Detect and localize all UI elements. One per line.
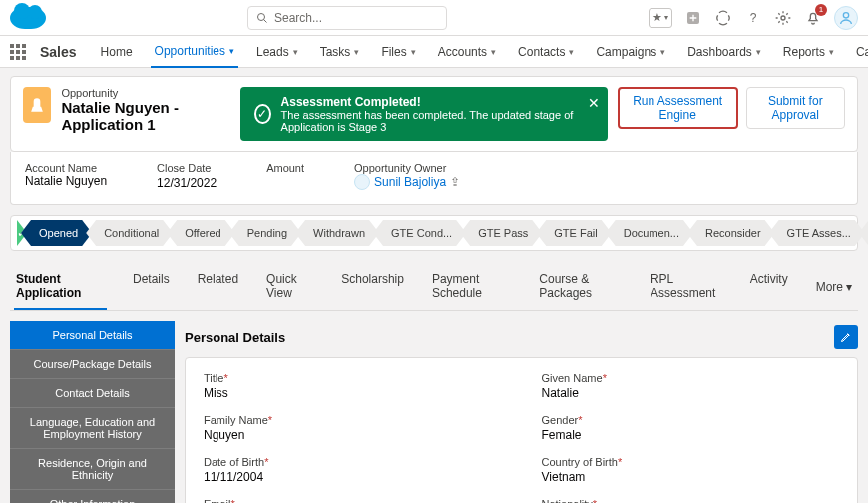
stage-opened[interactable]: Opened: [21, 220, 92, 246]
family-name-value: Nguyen: [204, 428, 502, 442]
run-assessment-button[interactable]: Run Assessment Engine: [618, 87, 738, 129]
sidemenu-personal-details[interactable]: Personal Details: [10, 321, 175, 350]
stage-offered[interactable]: Offered: [167, 220, 235, 246]
svg-point-3: [781, 16, 785, 20]
family-name-label: Family Name: [204, 414, 268, 426]
nav-leads[interactable]: Leads▾: [252, 36, 302, 68]
stage-conditional[interactable]: Conditional: [86, 220, 173, 246]
record-header: Opportunity Natalie Nguyen - Application…: [10, 76, 858, 152]
favorites-button[interactable]: ★▾: [649, 8, 672, 28]
toast-close-icon[interactable]: ✕: [588, 95, 600, 111]
gender-value: Female: [542, 428, 840, 442]
owner-label: Opportunity Owner: [354, 162, 460, 174]
success-toast: ✓ Assessment Completed! The assessment h…: [240, 87, 608, 141]
given-name-label: Given Name: [542, 372, 603, 384]
submit-approval-button[interactable]: Submit for Approval: [746, 87, 845, 129]
edit-section-button[interactable]: [834, 325, 858, 349]
global-header: Search... ★▾ ? 1: [0, 0, 868, 36]
salesforce-help-icon[interactable]: [714, 9, 732, 27]
owner-avatar-icon: [354, 174, 370, 190]
change-owner-icon[interactable]: ⇪: [450, 175, 460, 189]
tab-scholarship[interactable]: Scholarship: [339, 264, 406, 310]
toast-message: The assessment has been completed. The u…: [281, 109, 594, 133]
sidemenu-course-package[interactable]: Course/Package Details: [10, 350, 175, 379]
stage-gte-interv[interactable]: GTE Interv...: [859, 220, 868, 246]
owner-link[interactable]: Sunil Bajoliya: [374, 175, 446, 189]
app-name: Sales: [40, 44, 77, 60]
nav-opportunities[interactable]: Opportunities▾: [151, 36, 238, 68]
tab-rpl-assessment[interactable]: RPL Assessment: [649, 264, 724, 310]
stage-gte-cond[interactable]: GTE Cond...: [373, 220, 466, 246]
nav-home[interactable]: Home: [97, 36, 137, 68]
app-launcher-icon[interactable]: [10, 44, 26, 60]
user-avatar-icon[interactable]: [834, 6, 858, 30]
stage-reconsider[interactable]: Reconsider: [687, 220, 775, 246]
personal-details-form: Title*Miss Given Name*Natalie Family Nam…: [185, 357, 858, 503]
nav-reports[interactable]: Reports▾: [779, 36, 838, 68]
tab-more[interactable]: More▾: [814, 264, 854, 310]
tab-course-packages[interactable]: Course & Packages: [537, 264, 625, 310]
stage-document[interactable]: Documen...: [606, 220, 693, 246]
email-label: Email: [204, 498, 231, 503]
nationality-label: Nationality: [542, 498, 593, 503]
account-name-label: Account Name: [25, 162, 107, 174]
nav-calendar[interactable]: Calendar▾: [852, 36, 868, 68]
title-label: Title: [204, 372, 223, 384]
stage-pending[interactable]: Pending: [229, 220, 301, 246]
setup-gear-icon[interactable]: [774, 9, 792, 27]
chevron-down-icon: ▾: [846, 280, 852, 294]
close-date-label: Close Date: [157, 162, 217, 174]
sidemenu-residence-origin[interactable]: Residence, Origin and Ethnicity: [10, 449, 175, 490]
tab-activity[interactable]: Activity: [748, 264, 790, 310]
title-value: Miss: [204, 386, 502, 400]
record-tabs: Student Application Details Related Quic…: [10, 264, 858, 311]
svg-line-1: [264, 19, 267, 22]
sidemenu-other-info[interactable]: Other Information: [10, 490, 175, 503]
section-side-menu: Personal Details Course/Package Details …: [10, 321, 175, 503]
object-label: Opportunity: [61, 87, 230, 99]
help-icon[interactable]: ?: [744, 9, 762, 27]
tab-related[interactable]: Related: [196, 264, 240, 310]
section-title: Personal Details: [185, 330, 285, 345]
nav-contacts[interactable]: Contacts▾: [514, 36, 578, 68]
close-date-value: 12/31/2022: [157, 176, 217, 190]
add-icon[interactable]: [684, 9, 702, 27]
cob-label: Country of Birth: [542, 456, 618, 468]
nav-campaigns[interactable]: Campaigns▾: [592, 36, 669, 68]
notification-badge: 1: [815, 4, 827, 16]
salesforce-logo-icon: [10, 7, 46, 29]
sidemenu-language-education[interactable]: Language, Education and Employment Histo…: [10, 408, 175, 449]
nav-accounts[interactable]: Accounts▾: [434, 36, 500, 68]
record-title: Natalie Nguyen - Application 1: [61, 99, 230, 133]
gender-label: Gender: [542, 414, 579, 426]
account-name-link[interactable]: Natalie Nguyen: [25, 174, 107, 188]
svg-point-0: [258, 13, 265, 20]
chevron-down-icon: ▾: [229, 46, 234, 56]
tab-details[interactable]: Details: [131, 264, 172, 310]
amount-label: Amount: [266, 162, 304, 174]
nav-tasks[interactable]: Tasks▾: [316, 36, 364, 68]
tab-payment-schedule[interactable]: Payment Schedule: [430, 264, 513, 310]
sidemenu-contact-details[interactable]: Contact Details: [10, 379, 175, 408]
global-search-input[interactable]: Search...: [247, 6, 447, 30]
cob-value: Vietnam: [542, 470, 840, 484]
svg-point-4: [843, 12, 848, 17]
opportunity-icon: [23, 87, 51, 123]
record-summary-fields: Account NameNatalie Nguyen Close Date12/…: [10, 152, 858, 205]
tab-quick-view[interactable]: Quick View: [264, 264, 315, 310]
stage-withdrawn[interactable]: Withdrawn: [295, 220, 379, 246]
nav-dashboards[interactable]: Dashboards▾: [683, 36, 765, 68]
stage-gte-pass[interactable]: GTE Pass: [460, 220, 542, 246]
tab-student-application[interactable]: Student Application: [14, 264, 107, 310]
sales-path: ✓ Opened Conditional Offered Pending Wit…: [10, 215, 858, 251]
search-placeholder: Search...: [274, 11, 322, 25]
dob-label: Date of Birth: [204, 456, 264, 468]
given-name-value: Natalie: [542, 386, 840, 400]
app-navigation: Sales Home Opportunities▾ Leads▾ Tasks▾ …: [0, 36, 868, 68]
toast-title: Assessment Completed!: [281, 95, 594, 109]
nav-files[interactable]: Files▾: [377, 36, 419, 68]
search-icon: [256, 12, 268, 24]
stage-gte-fail[interactable]: GTE Fail: [536, 220, 611, 246]
notifications-bell-icon[interactable]: 1: [804, 9, 822, 27]
stage-gte-assess[interactable]: GTE Asses...: [769, 220, 865, 246]
